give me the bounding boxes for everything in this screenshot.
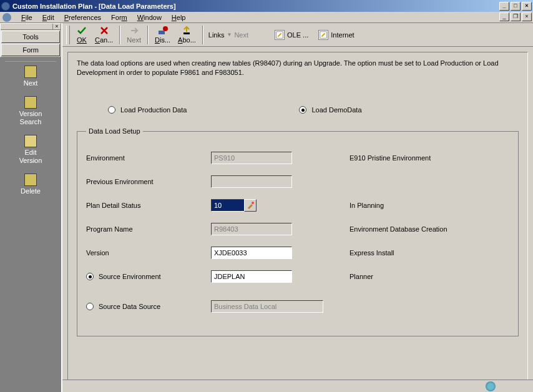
tool-panel-grip[interactable] bbox=[1, 24, 53, 29]
delete-icon bbox=[24, 174, 37, 186]
statusbar bbox=[62, 380, 533, 392]
plan-status-field[interactable] bbox=[211, 199, 245, 212]
radio-load-demo[interactable]: Load DemoData bbox=[299, 106, 361, 114]
left-panel: × Tools Form Next VersionSearch EditVers… bbox=[0, 23, 61, 392]
ole-label: OLE ... bbox=[287, 31, 308, 39]
sidebar-label-next: Next bbox=[0, 79, 61, 87]
source-environment-label: Source Environment bbox=[99, 273, 161, 280]
display-button[interactable]: Dis... bbox=[151, 26, 174, 44]
display-icon bbox=[157, 26, 169, 36]
source-data-source-field bbox=[211, 300, 323, 313]
radio-load-production[interactable]: Load Production Data bbox=[108, 106, 187, 114]
sidebar-item-delete[interactable]: Delete bbox=[0, 174, 61, 195]
ole-button[interactable]: OLE ... bbox=[275, 30, 308, 40]
environment-desc: E910 Pristine Environment bbox=[331, 154, 509, 162]
menu-help[interactable]: Help bbox=[167, 12, 191, 22]
flashlight-icon bbox=[246, 201, 255, 210]
sidebar-label-version-search: VersionSearch bbox=[0, 110, 61, 126]
about-button[interactable]: Abo... bbox=[174, 26, 200, 44]
visual-assist-button[interactable] bbox=[244, 199, 257, 212]
form-button[interactable]: Form bbox=[1, 44, 60, 56]
ole-icon bbox=[275, 30, 285, 40]
links-next-label: Next bbox=[234, 31, 248, 39]
radio-selected-icon bbox=[299, 106, 306, 114]
next-label: Next bbox=[127, 36, 141, 44]
radio-demo-label: Load DemoData bbox=[311, 106, 361, 114]
fieldset-legend: Data Load Setup bbox=[86, 127, 143, 135]
content-area: OK Can... Next Dis... Abo... Link bbox=[61, 23, 533, 392]
toolbar-grip[interactable] bbox=[66, 26, 70, 44]
edit-icon bbox=[24, 135, 37, 147]
window-titlebar: Custom Installation Plan - [Data Load Pa… bbox=[0, 0, 533, 12]
toolbar: OK Can... Next Dis... Abo... Link bbox=[62, 23, 533, 47]
mdi-close-button[interactable]: × bbox=[522, 12, 532, 21]
description-text: The data load options are used when crea… bbox=[77, 59, 519, 77]
menubar: File Edit Preferences Form Window Help _… bbox=[0, 12, 533, 23]
menu-form[interactable]: Form bbox=[106, 12, 132, 22]
mdi-minimize-button[interactable]: _ bbox=[499, 12, 509, 21]
version-field[interactable] bbox=[211, 247, 292, 259]
tool-panel: × Tools Form bbox=[0, 23, 61, 57]
internet-button[interactable]: Internet bbox=[318, 30, 354, 40]
radio-source-data-source[interactable]: Source Data Source bbox=[86, 303, 211, 310]
radio-icon bbox=[86, 303, 94, 310]
program-name-field bbox=[211, 223, 292, 235]
cancel-button[interactable]: Can... bbox=[91, 26, 117, 44]
prev-environment-label: Previous Environment bbox=[86, 178, 211, 185]
radio-source-environment[interactable]: Source Environment bbox=[86, 273, 211, 280]
mdi-restore-button[interactable]: ❐ bbox=[511, 12, 521, 21]
menu-window[interactable]: Window bbox=[132, 12, 167, 22]
sidebar-item-edit-version[interactable]: EditVersion bbox=[0, 135, 61, 165]
svg-point-0 bbox=[163, 26, 168, 31]
x-icon bbox=[99, 26, 110, 36]
tool-panel-close-icon[interactable]: × bbox=[53, 24, 61, 29]
arrow-right-icon bbox=[129, 26, 140, 36]
app-icon bbox=[1, 2, 10, 11]
plan-status-desc: In Planning bbox=[331, 202, 509, 209]
close-button[interactable]: × bbox=[522, 2, 532, 11]
checkmark-icon bbox=[76, 26, 87, 36]
window-title: Custom Installation Plan - [Data Load Pa… bbox=[12, 2, 499, 10]
version-label: Version bbox=[86, 249, 211, 257]
search-icon bbox=[24, 96, 37, 109]
tools-button[interactable]: Tools bbox=[1, 31, 60, 43]
source-data-source-label: Source Data Source bbox=[99, 303, 160, 310]
prev-environment-field bbox=[211, 175, 292, 188]
dropdown-icon: ▼ bbox=[227, 32, 232, 37]
arrow-right-icon bbox=[24, 66, 37, 78]
version-desc: Express Install bbox=[331, 249, 509, 257]
svg-point-5 bbox=[252, 202, 254, 204]
ok-button[interactable]: OK bbox=[72, 26, 91, 44]
source-environment-field[interactable] bbox=[211, 270, 292, 283]
form-panel: The data load options are used when crea… bbox=[67, 52, 528, 387]
radio-selected-icon bbox=[86, 273, 94, 280]
environment-label: Environment bbox=[86, 154, 211, 162]
ok-label: OK bbox=[77, 36, 87, 44]
maximize-button[interactable]: □ bbox=[511, 2, 521, 11]
internet-label: Internet bbox=[331, 31, 354, 39]
plan-status-label: Plan Detail Status bbox=[86, 202, 211, 209]
globe-icon bbox=[486, 381, 496, 391]
menu-edit[interactable]: Edit bbox=[37, 12, 59, 22]
load-type-radio-group: Load Production Data Load DemoData bbox=[77, 89, 519, 127]
about-icon bbox=[181, 26, 192, 36]
sidebar-label-delete: Delete bbox=[0, 187, 61, 195]
menu-preferences[interactable]: Preferences bbox=[59, 12, 106, 22]
minimize-button[interactable]: _ bbox=[499, 2, 509, 11]
links-label[interactable]: Links ▼ Next bbox=[208, 31, 248, 39]
svg-rect-2 bbox=[183, 32, 190, 34]
environment-field bbox=[211, 152, 292, 164]
radio-production-label: Load Production Data bbox=[120, 106, 187, 114]
menu-file[interactable]: File bbox=[16, 12, 37, 22]
svg-rect-1 bbox=[159, 31, 165, 34]
next-button[interactable]: Next bbox=[123, 26, 145, 44]
sidebar-label-edit-version: EditVersion bbox=[0, 149, 61, 165]
mdi-app-icon[interactable] bbox=[2, 13, 11, 22]
sidebar: Next VersionSearch EditVersion Delete bbox=[0, 57, 61, 392]
data-load-setup-fieldset: Data Load Setup Environment E910 Pristin… bbox=[77, 127, 519, 336]
internet-icon bbox=[318, 30, 328, 40]
source-environment-desc: Planner bbox=[331, 273, 509, 280]
sidebar-item-next[interactable]: Next bbox=[0, 66, 61, 87]
sidebar-item-version-search[interactable]: VersionSearch bbox=[0, 96, 61, 126]
program-name-label: Program Name bbox=[86, 225, 211, 233]
